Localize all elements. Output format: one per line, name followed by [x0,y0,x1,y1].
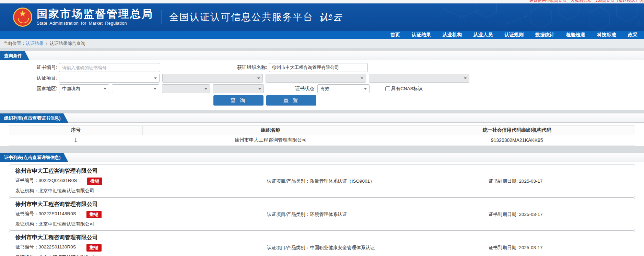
cert-project-info: 认证项目/产品类别：中国职业健康安全管理体系认证 [267,245,375,251]
cert-project-select-2 [162,74,263,83]
cert-status-select[interactable]: 有效 [317,84,370,93]
org-list-tab-row: 组织列表(点击查看证书信息) [0,113,644,123]
nav-item-gov-procurement[interactable]: 政采 [622,32,643,38]
org-row-code: 91320302MA21KAKK95 [399,135,635,146]
agency-title-en: State Administration for Market Regulati… [37,21,153,26]
cert-no-label: 证书编号： [15,211,39,216]
nav-item-sci-tech-standards[interactable]: 科技标准 [591,32,622,38]
form-row-3: 国家地区: 中国境内 证书状态: 有效 具有CNAS标识 [0,84,644,93]
cert-card-org-name: 徐州市申大工程咨询管理有限公司 [15,234,629,241]
cert-project-select-1[interactable] [59,74,160,83]
region-select-value: 中国境内 [62,86,80,92]
breadcrumb-current: 认证结果综合查询 [50,40,85,47]
query-condition-panel: 查询条件 证书编号: 获证组织名称: 认证项目: 国家地区: 中国境内 证书状态… [0,51,644,110]
region-select-country[interactable]: 中国境内 [59,84,109,93]
nav-item-cert-results[interactable]: 认证结果 [406,32,437,38]
cert-status-value: 有效 [320,86,329,92]
cert-expire-info: 证书到期日期: 2025-03-17 [489,211,543,218]
region-select-province[interactable] [112,84,159,93]
org-row-name: 徐州市申大工程咨询管理有限公司 [142,135,399,146]
form-row-1: 证书编号: 获证组织名称: [0,63,644,72]
hexagon-pattern-decoration [301,3,644,31]
cert-project-label: 认证项目: [0,75,59,81]
query-condition-tab: 查询条件 [0,51,25,60]
query-condition-tab-row: 查询条件 [0,51,644,60]
org-name-input[interactable] [269,63,368,72]
main-navbar: 首页 认证结果 从业机构 从业人员 认证规则 数据统计 检验检测 科技标准 政采 [0,31,644,39]
section-gap [0,48,644,51]
breadcrumb-separator: / [46,41,47,46]
cert-expire-info: 证书到期日期: 2025-03-17 [489,178,543,184]
cert-issuer-info: 发证机构：北京中汇恒泰认证有限公司 [15,254,629,256]
breadcrumb: 当前位置： 认证结果 / 认证结果综合查询 [0,39,644,48]
nav-item-personnel[interactable]: 从业人员 [468,32,499,38]
nav-item-data-statistics[interactable]: 数据统计 [529,32,560,38]
cert-card-detail-row: 证书编号：30222E01148R0S撤销 认证项目/产品类别：环境管理体系认证… [15,211,629,218]
org-row-index: 1 [9,135,143,146]
revoked-status-badge: 撤销 [86,244,102,252]
breadcrumb-prefix: 当前位置： [3,40,26,47]
query-form: 证书编号: 获证组织名称: 认证项目: 国家地区: 中国境内 证书状态: 有效 … [0,60,644,110]
cert-project-info: 认证项目/产品类别：质量管理体系认证（ISO9001） [267,178,375,184]
search-button[interactable]: 查 询 [213,95,264,106]
cert-card-detail-row: 证书编号：30222S01130R0S撤销 认证项目/产品类别：中国职业健康安全… [15,244,629,251]
org-table-header-name: 组织名称 [142,126,399,135]
cert-card[interactable]: 徐州市申大工程咨询管理有限公司 证书编号：30222S01130R0S撤销 认证… [9,231,635,256]
cert-no-value: 30222E01148R0S [39,211,76,216]
cert-list-tab-row: 证书列表(点击查看详细信息) [0,153,644,162]
button-row: 查 询 重 置 [213,95,644,106]
region-select-city [162,84,210,93]
cert-project-select-4 [369,74,469,83]
cert-expire-info: 证书到期日期: 2025-03-17 [489,245,543,251]
nav-item-inspection[interactable]: 检验检测 [560,32,591,38]
cert-issuer-info: 发证机构：北京中汇恒泰认证有限公司 [15,221,629,227]
cert-no-label: 证书编号: [0,64,59,71]
cert-no-value: 30222S01130R0S [39,244,76,249]
reset-button[interactable]: 重 置 [266,95,316,106]
chevron-down-icon [257,77,260,79]
section-gap [0,110,644,113]
site-header: 国家市场监督管理总局 State Administration for Mark… [0,3,644,31]
header-divider [162,10,162,24]
cert-card[interactable]: 徐州市申大工程咨询管理有限公司 证书编号：30222Q01631R0S撤销 认证… [9,164,635,197]
breadcrumb-link-cert-results[interactable]: 认证结果 [26,40,44,47]
cnas-checkbox[interactable] [385,86,390,91]
chevron-down-icon [204,88,207,90]
agency-title-cn: 国家市场监督管理总局 [37,9,153,20]
cert-card-list: 徐州市申大工程咨询管理有限公司 证书编号：30222Q01631R0S撤销 认证… [0,162,644,256]
revoked-status-badge: 撤销 [86,211,102,218]
cert-no-label: 证书编号： [15,178,39,183]
nav-item-cert-rules[interactable]: 认证规则 [499,32,529,38]
cert-no-input[interactable] [59,63,160,72]
org-table-header-index: 序号 [9,126,143,135]
form-row-2: 认证项目: [0,74,644,83]
cnas-label: 具有CNAS标识 [391,86,423,92]
org-table-header-code: 统一社会信用代码/组织机构代码 [399,126,635,135]
org-table: 序号 组织名称 统一社会信用代码/组织机构代码 1 徐州市申大工程咨询管理有限公… [9,125,635,146]
org-name-label: 获证组织名称: [160,64,269,71]
cert-card[interactable]: 徐州市申大工程咨询管理有限公司 证书编号：30222E01148R0S撤销 认证… [9,197,635,231]
cert-card-detail-row: 证书编号：30222Q01631R0S撤销 认证项目/产品类别：质量管理体系认证… [15,178,629,185]
platform-title: 全国认证认可信息公共服务平台 [169,11,313,24]
nav-item-home[interactable]: 首页 [385,32,406,38]
nav-item-institutions[interactable]: 从业机构 [437,32,468,38]
cert-list-panel: 证书列表(点击查看详细信息) 徐州市申大工程咨询管理有限公司 证书编号：3022… [0,153,644,256]
revoked-status-badge: 撤销 [87,178,102,185]
chevron-down-icon [154,77,157,79]
section-gap [0,150,644,153]
chevron-down-icon [154,88,156,90]
org-table-row[interactable]: 1 徐州市申大工程咨询管理有限公司 91320302MA21KAKK95 [9,135,635,146]
cert-card-org-name: 徐州市申大工程咨询管理有限公司 [15,168,629,175]
cert-no-value: 30222Q01631R0S [39,178,77,183]
org-list-tab: 组织列表(点击查看证书信息) [0,113,63,123]
cnas-checkbox-group[interactable]: 具有CNAS标识 [385,86,423,92]
org-table-header-row: 序号 组织名称 统一社会信用代码/组织机构代码 [9,126,635,135]
cert-no-label: 证书编号： [15,244,39,249]
chevron-down-icon [258,88,261,90]
cert-list-tab: 证书列表(点击查看详细信息) [0,153,63,162]
region-label: 国家地区: [0,86,59,92]
national-emblem-logo [13,8,32,27]
browser-notice: 建议使用谷歌浏览器、火狐浏览器、360浏览器（极速模式）访问本网站 [529,0,644,3]
chevron-down-icon [464,77,467,79]
chevron-down-icon [104,88,106,90]
